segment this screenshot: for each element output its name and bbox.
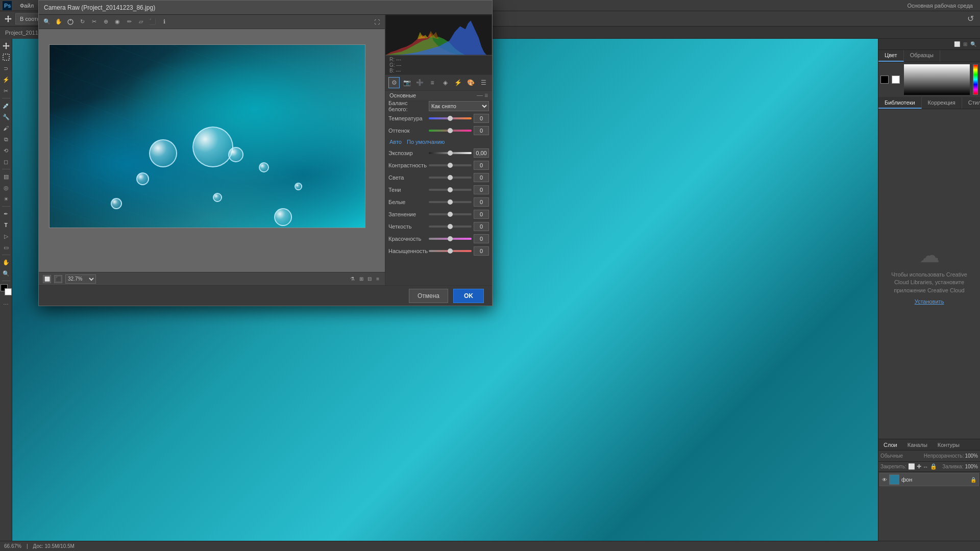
tab-swatches[interactable]: Образцы [904,50,940,62]
preview-blemish-tool[interactable]: ⊕ [101,17,111,27]
zoom-select[interactable]: 32.7% [65,274,96,284]
layer-row[interactable]: 👁 фон 🔒 [879,473,979,486]
preview-hand-tool[interactable]: ✋ [54,17,64,27]
fg-color-swatch[interactable] [880,76,889,84]
params-scroll[interactable]: Баланс белого: Как снято Авто Дневной св… [385,100,492,285]
preview-wb-tool[interactable] [65,17,76,27]
preview-icon-menu[interactable]: ≡ [375,276,381,282]
tool-crop[interactable]: ✂ [1,86,11,96]
color-field[interactable] [904,64,970,95]
highlights-thumb[interactable] [448,175,453,180]
undo-icon[interactable]: ↺ [964,14,977,23]
temperature-value[interactable] [474,114,489,123]
lock-move-icon[interactable]: ↔ [923,464,928,470]
tab-styles[interactable]: Стили [962,97,980,109]
default-link[interactable]: По умолчанию [407,139,445,145]
contrast-thumb[interactable] [448,163,453,168]
tool-lasso[interactable]: ⊃ [1,63,11,73]
saturation-value[interactable] [474,246,489,256]
exposure-value[interactable] [474,148,489,158]
tab-color[interactable]: Цвет [878,50,904,62]
tool-zoom[interactable]: 🔍 [1,268,11,279]
lock-all-icon[interactable]: 🔒 [930,463,937,470]
tint-thumb[interactable] [448,128,453,133]
highlights-slider[interactable] [429,177,472,179]
panel-icon-1[interactable]: ⬜ [952,41,962,47]
tool-pen[interactable]: ✒ [1,209,11,219]
dt-tone-icon[interactable]: 📷 [401,77,412,88]
temperature-slider[interactable] [429,117,472,119]
dt-detail-icon[interactable]: ≡ [427,77,438,88]
dt-basic-icon[interactable]: ⚙ [388,77,400,88]
tool-eraser[interactable]: ◻ [1,157,11,167]
tool-clone[interactable]: ⧉ [1,134,11,144]
tool-eyedropper[interactable]: 💉 [1,101,11,111]
dt-lens-icon[interactable]: ◈ [439,77,451,88]
tool-marquee[interactable] [1,52,11,62]
panel-menu-icon[interactable]: ≡ [484,92,488,99]
move-tool-icon[interactable] [3,14,13,24]
paths-tab[interactable]: Контуры [933,441,965,449]
blacks-thumb[interactable] [448,212,453,217]
vibrance-thumb[interactable] [448,236,453,241]
panel-icon-2[interactable]: ⊞ [962,41,969,47]
clarity-thumb[interactable] [448,224,453,229]
dt-color-icon[interactable]: ➕ [414,77,425,88]
preview-icon-layout[interactable]: ⊟ [366,276,373,282]
color-swatches[interactable] [1,284,12,295]
dt-effects-icon[interactable]: ⚡ [452,77,463,88]
preview-canvas[interactable] [39,29,385,272]
vibrance-slider[interactable] [429,238,472,240]
preview-adjustment-brush[interactable]: ✏ [124,17,134,27]
lock-pixels-icon[interactable]: ⬜ [908,463,915,470]
preview-zoom-tool[interactable]: 🔍 [42,17,52,27]
channels-tab[interactable]: Каналы [902,441,933,449]
preview-icon-filter[interactable]: ⚗ [349,276,356,282]
lock-position-icon[interactable]: ✚ [917,463,921,470]
tool-path-select[interactable]: ▷ [1,231,11,241]
preview-fullscreen[interactable]: ⛶ [372,17,382,27]
shadows-slider[interactable] [429,189,472,191]
bg-color-swatch[interactable] [892,76,900,84]
tool-shape[interactable]: ▭ [1,242,11,253]
preview-info[interactable]: ℹ [159,17,169,27]
tint-slider[interactable] [429,130,472,132]
tool-extra[interactable]: … [1,297,11,308]
highlights-value[interactable] [474,173,489,182]
dt-camera-icon[interactable]: 🎨 [465,77,476,88]
tool-quick-select[interactable]: ⚡ [1,74,11,85]
tint-value[interactable] [474,126,489,135]
vibrance-value[interactable] [474,234,489,243]
layer-visibility-icon[interactable]: 👁 [882,477,887,483]
tool-dodge[interactable]: ☀ [1,194,11,204]
blacks-slider[interactable] [429,213,472,215]
dialog-title-bar[interactable]: Camera Raw (Project_20141223_86.jpg) [39,1,492,15]
preview-crop-tool[interactable]: ✂ [89,17,99,27]
preview-rotate-tool[interactable]: ↻ [77,17,87,27]
tool-history[interactable]: ⟲ [1,145,11,156]
whites-thumb[interactable] [448,199,453,205]
whites-slider[interactable] [429,201,472,203]
contrast-value[interactable] [474,161,489,170]
camera-raw-dialog[interactable]: Camera Raw (Project_20141223_86.jpg) 🔍 ✋… [38,0,493,306]
saturation-slider[interactable] [429,250,472,252]
tab-libraries[interactable]: Библиотеки [878,97,922,109]
hue-slider[interactable] [973,64,978,95]
clarity-slider[interactable] [429,226,472,228]
tool-text[interactable]: T [1,220,11,230]
tool-gradient[interactable]: ▤ [1,171,11,182]
preview-icon-grid[interactable]: ⊞ [358,276,365,282]
panel-collapse-icon[interactable]: — [477,92,483,99]
panel-icon-3[interactable]: 🔍 [969,41,978,47]
menu-file[interactable]: Файл [16,2,37,10]
saturation-thumb[interactable] [448,248,453,254]
dt-presets-icon[interactable]: ☰ [478,77,489,88]
shadows-thumb[interactable] [448,187,453,192]
blacks-value[interactable] [474,210,489,219]
layers-tab[interactable]: Слои [878,441,902,449]
clarity-value[interactable] [474,222,489,231]
wb-select[interactable]: Как снято Авто Дневной свет Облачно [429,101,489,111]
cancel-button[interactable]: Отмена [409,289,448,303]
tool-heal[interactable]: 🔧 [1,112,11,122]
contrast-slider[interactable] [429,164,472,166]
